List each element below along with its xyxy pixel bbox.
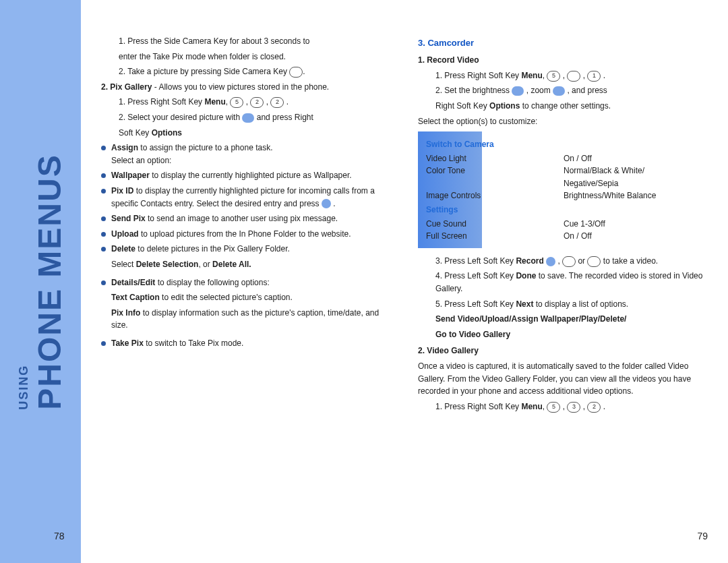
page-number-left: 78 xyxy=(54,529,65,544)
bullet-icon xyxy=(101,189,106,194)
bullet-icon xyxy=(101,216,106,221)
ok-key-icon xyxy=(322,199,331,208)
bullet-icon xyxy=(101,280,106,285)
side-tab: USING PHONE MENUS xyxy=(0,0,81,563)
bullet-icon xyxy=(101,341,106,346)
sub-text: Select an option: xyxy=(111,154,272,167)
list-item: Delete to delete pictures in the Pix Gal… xyxy=(101,243,391,273)
list-item: Wallpaper to display the currently highl… xyxy=(101,169,391,182)
key-icon xyxy=(562,256,576,267)
key-blank-icon xyxy=(567,71,580,82)
brightness-icon xyxy=(512,86,524,96)
key-icon xyxy=(587,256,601,267)
step-text: 5. Press Left Soft Key Next to display a… xyxy=(435,298,708,311)
step-text: 3. Press Left Soft Key Record , or to ta… xyxy=(435,255,708,268)
step-text: 1. Press Right Soft Key Menu, 5 , 3 , 2 … xyxy=(435,401,708,413)
step-text: Right Soft Key Options to change other s… xyxy=(435,100,708,113)
key-2-icon: 2 xyxy=(270,97,284,108)
option-group-heading: Settings xyxy=(426,204,701,216)
step-text: Select the option(s) to customize: xyxy=(418,115,708,128)
ok-key-icon xyxy=(546,257,555,266)
step-text: 1. Press Right Soft Key Menu, 5 , , 1 . xyxy=(435,69,708,82)
heading-record-video: 1. Record Video xyxy=(418,54,708,67)
step-text: 2. Take a picture by pressing Side Camer… xyxy=(119,65,391,78)
heading-camcorder: 3. Camcorder xyxy=(418,36,708,50)
key-5-icon: 5 xyxy=(547,402,560,413)
side-tab-small: USING xyxy=(15,154,34,409)
key-1-icon: 1 xyxy=(587,71,601,82)
heading-video-gallery: 2. Video Gallery xyxy=(418,345,708,357)
bold-line: Go to Video Gallery xyxy=(435,328,708,341)
bold-line: Send Video/Upload/Assign Wallpaper/Play/… xyxy=(435,313,708,326)
left-column: 1. Press the Side Camera Key for about 3… xyxy=(101,32,391,543)
right-column: 3. Camcorder 1. Record Video 1. Press Ri… xyxy=(418,32,708,543)
content-columns: 1. Press the Side Camera Key for about 3… xyxy=(81,0,728,563)
key-2-icon: 2 xyxy=(250,97,264,108)
option-group-heading: Switch to Camera xyxy=(426,138,701,151)
step-text: 4. Press Left Soft Key Done to save. The… xyxy=(435,270,708,295)
step-text: 2. Select your desired picture with and … xyxy=(119,111,391,124)
list-item: Details/Edit to display the following op… xyxy=(101,276,391,334)
step-text: Soft Key Options xyxy=(119,127,391,140)
list-item: Assign to assign the picture to a phone … xyxy=(101,142,391,167)
key-5-icon: 5 xyxy=(547,71,560,82)
zoom-icon xyxy=(553,86,565,96)
paragraph: Once a video is captured, it is automati… xyxy=(418,360,708,398)
side-tab-title: USING PHONE MENUS xyxy=(15,154,66,409)
key-2-icon: 2 xyxy=(587,402,601,413)
step-text: 2. Set the brightness , zoom , and press xyxy=(435,84,708,97)
step-text: enter the Take Pix mode when folder is c… xyxy=(119,51,391,63)
step-text: 1. Press Right Soft Key Menu, 5 , 2 , 2 … xyxy=(119,96,391,109)
manual-spread: USING PHONE MENUS 1. Press the Side Came… xyxy=(0,0,728,563)
list-item: Send Pix to send an image to another use… xyxy=(101,212,391,225)
options-table: Switch to Camera Video LightOn / Off Col… xyxy=(418,131,708,248)
bullet-icon xyxy=(101,173,106,178)
page-number-right: 79 xyxy=(697,529,708,544)
key-3-icon: 3 xyxy=(567,402,580,413)
key-5-icon: 5 xyxy=(230,97,243,108)
list-item: Pix ID to display the currently highligh… xyxy=(101,185,391,210)
side-tab-big: PHONE MENUS xyxy=(34,154,66,409)
list-item: Upload to upload pictures from the In Ph… xyxy=(101,228,391,241)
side-camera-key-icon xyxy=(289,67,303,78)
bullet-icon xyxy=(101,232,106,237)
step-text: 1. Press the Side Camera Key for about 3… xyxy=(119,35,391,48)
list-item: Take Pix to switch to Take Pix mode. xyxy=(101,337,391,350)
bullet-icon xyxy=(101,146,106,150)
nav-key-icon xyxy=(242,113,254,123)
pix-gallery-heading: 2. Pix Gallery - Allows you to view pict… xyxy=(101,81,391,94)
bullet-icon xyxy=(101,247,106,251)
